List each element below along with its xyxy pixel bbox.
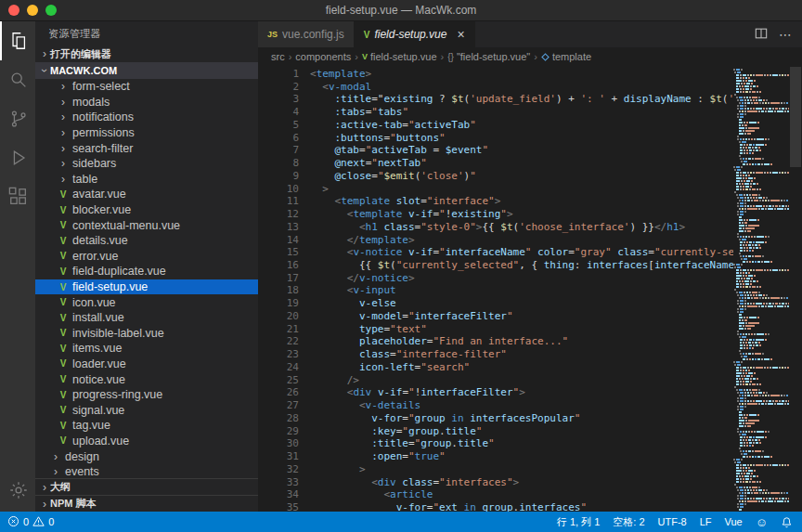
- npm-scripts-section[interactable]: › NPM 脚本: [35, 495, 258, 512]
- code-line-30[interactable]: :title="group.title": [310, 437, 733, 450]
- code-editor[interactable]: <template> <v-modal :title="existing ? $…: [299, 66, 733, 512]
- code-line-28[interactable]: v-for="group in interfacesPopular": [310, 412, 733, 425]
- breadcrumb-template-symbol[interactable]: template: [541, 51, 591, 62]
- tree-folder-form-select[interactable]: ›form-select: [35, 79, 258, 95]
- indentation-setting[interactable]: 空格: 2: [613, 515, 644, 529]
- code-line-11[interactable]: <template slot="interface">: [310, 195, 733, 208]
- code-line-26[interactable]: <div v-if="!interfaceFilter">: [310, 386, 733, 399]
- tree-folder-events[interactable]: ›events: [35, 464, 258, 478]
- code-line-16[interactable]: {{ $t("currently_selected", { thing: int…: [310, 259, 733, 272]
- tree-folder-permissions[interactable]: ›permissions: [35, 125, 258, 141]
- code-line-25[interactable]: />: [310, 374, 733, 387]
- code-line-27[interactable]: <v-details: [310, 399, 733, 412]
- git-branch-icon[interactable]: [0, 99, 35, 138]
- cursor-position[interactable]: 行 1, 列 1: [557, 515, 600, 529]
- code-line-2[interactable]: <v-modal: [310, 81, 733, 94]
- editor-scrollbar[interactable]: [789, 66, 802, 512]
- tree-file-details.vue[interactable]: Vdetails.vue: [35, 233, 258, 249]
- notifications-bell-icon[interactable]: [781, 516, 793, 528]
- outline-section[interactable]: › 大纲: [35, 478, 258, 495]
- scrollbar-thumb[interactable]: [790, 67, 801, 167]
- tree-file-progress-ring.vue[interactable]: Vprogress-ring.vue: [35, 387, 258, 403]
- code-line-21[interactable]: type="text": [310, 323, 733, 336]
- tree-file-error.vue[interactable]: Verror.vue: [35, 249, 258, 265]
- code-line-7[interactable]: @tab="activeTab = $event": [310, 144, 733, 157]
- tree-file-contextual-menu.vue[interactable]: Vcontextual-menu.vue: [35, 217, 258, 233]
- code-line-8[interactable]: @next="nextTab": [310, 157, 733, 170]
- tree-folder-design[interactable]: ›design: [35, 448, 258, 464]
- code-line-18[interactable]: <v-input: [310, 284, 733, 297]
- feedback-smiley-icon[interactable]: ☺: [756, 515, 768, 529]
- code-line-31[interactable]: :open="true": [310, 450, 733, 463]
- tree-file-invisible-label.vue[interactable]: Vinvisible-label.vue: [35, 326, 258, 342]
- code-line-6[interactable]: :buttons="buttons": [310, 132, 733, 145]
- code-line-17[interactable]: </v-notice>: [310, 272, 733, 285]
- tree-file-upload.vue[interactable]: Vupload.vue: [35, 434, 258, 449]
- close-window-button[interactable]: [8, 5, 19, 16]
- minimap[interactable]: [733, 66, 789, 512]
- breadcrumb-file[interactable]: V field-setup.vue: [362, 51, 437, 62]
- code-line-32[interactable]: >: [310, 463, 733, 476]
- zoom-window-button[interactable]: [45, 5, 57, 16]
- code-line-33[interactable]: <div class="interfaces">: [310, 476, 733, 489]
- code-line-23[interactable]: class="interface-filter": [310, 348, 733, 361]
- code-line-24[interactable]: icon-left="search": [310, 361, 733, 374]
- breadcrumb-src[interactable]: src: [271, 51, 285, 62]
- tree-file-items.vue[interactable]: Vitems.vue: [35, 341, 258, 357]
- minimap-line: [733, 406, 789, 408]
- code-line-35[interactable]: v-for="ext in group.interfaces": [310, 501, 733, 512]
- code-line-1[interactable]: <template>: [310, 68, 733, 81]
- tree-file-install.vue[interactable]: Vinstall.vue: [35, 310, 258, 326]
- code-line-29[interactable]: :key="group.title": [310, 425, 733, 438]
- tree-file-notice.vue[interactable]: Vnotice.vue: [35, 371, 258, 387]
- close-tab-icon[interactable]: ×: [457, 28, 464, 41]
- breadcrumb-components[interactable]: components: [295, 51, 351, 62]
- tree-file-loader.vue[interactable]: Vloader.vue: [35, 357, 258, 372]
- tree-file-field-setup.vue[interactable]: Vfield-setup.vue: [35, 279, 258, 295]
- sidebar-title: 资源管理器: [35, 21, 258, 45]
- code-line-34[interactable]: <article: [310, 488, 733, 501]
- extensions-icon[interactable]: [0, 177, 35, 216]
- tree-folder-modals[interactable]: ›modals: [35, 95, 258, 110]
- vue-file-icon: V: [58, 374, 69, 384]
- tree-file-field-duplicate.vue[interactable]: Vfield-duplicate.vue: [35, 264, 258, 279]
- code-line-9[interactable]: @close="$emit('close')": [310, 170, 733, 183]
- tree-folder-search-filter[interactable]: ›search-filter: [35, 140, 258, 156]
- code-line-15[interactable]: <v-notice v-if="interfaceName" color="gr…: [310, 246, 733, 259]
- debug-icon[interactable]: [0, 138, 35, 177]
- problems-indicator[interactable]: 0 0: [7, 515, 54, 529]
- tree-file-blocker.vue[interactable]: Vblocker.vue: [35, 202, 258, 218]
- code-line-5[interactable]: :active-tab="activeTab": [310, 119, 733, 132]
- tree-file-icon.vue[interactable]: Vicon.vue: [35, 294, 258, 310]
- code-line-22[interactable]: placeholder="Find an interface...": [310, 335, 733, 348]
- tab-vue-config-js[interactable]: JS vue.config.js: [258, 21, 355, 47]
- breadcrumb-file-symbol[interactable]: {} "field-setup.vue": [447, 51, 530, 62]
- tree-file-avatar.vue[interactable]: Vavatar.vue: [35, 187, 258, 202]
- code-line-14[interactable]: </template>: [310, 234, 733, 247]
- split-editor-icon[interactable]: [755, 27, 768, 43]
- tree-folder-table[interactable]: ›table: [35, 172, 258, 188]
- code-line-19[interactable]: v-else: [310, 297, 733, 310]
- language-mode[interactable]: Vue: [725, 516, 743, 527]
- minimize-window-button[interactable]: [27, 5, 38, 16]
- more-actions-icon[interactable]: ⋯: [779, 27, 793, 42]
- eol-setting[interactable]: LF: [700, 516, 712, 527]
- code-line-12[interactable]: <template v-if="!existing">: [310, 208, 733, 221]
- error-icon: [7, 515, 19, 529]
- code-line-20[interactable]: v-model="interfaceFilter": [310, 310, 733, 323]
- code-line-10[interactable]: >: [310, 183, 733, 196]
- tree-folder-sidebars[interactable]: ›sidebars: [35, 156, 258, 172]
- gear-icon[interactable]: [0, 471, 35, 510]
- open-editors-section[interactable]: › 打开的编辑器: [35, 45, 258, 62]
- tree-file-signal.vue[interactable]: Vsignal.vue: [35, 402, 258, 418]
- root-folder-header[interactable]: › MACWK.COM: [35, 62, 258, 79]
- tab-field-setup-vue[interactable]: V field-setup.vue ×: [355, 21, 475, 47]
- code-line-13[interactable]: <h1 class="style-0">{{ $t('choose_interf…: [310, 221, 733, 234]
- code-line-3[interactable]: :title="existing ? $t('update_field') + …: [310, 93, 733, 106]
- tree-file-tag.vue[interactable]: Vtag.vue: [35, 418, 258, 434]
- code-line-4[interactable]: :tabs="tabs": [310, 106, 733, 119]
- files-icon[interactable]: [0, 21, 35, 60]
- tree-folder-notifications[interactable]: ›notifications: [35, 110, 258, 125]
- encoding-setting[interactable]: UTF-8: [658, 516, 687, 527]
- search-icon[interactable]: [0, 60, 35, 99]
